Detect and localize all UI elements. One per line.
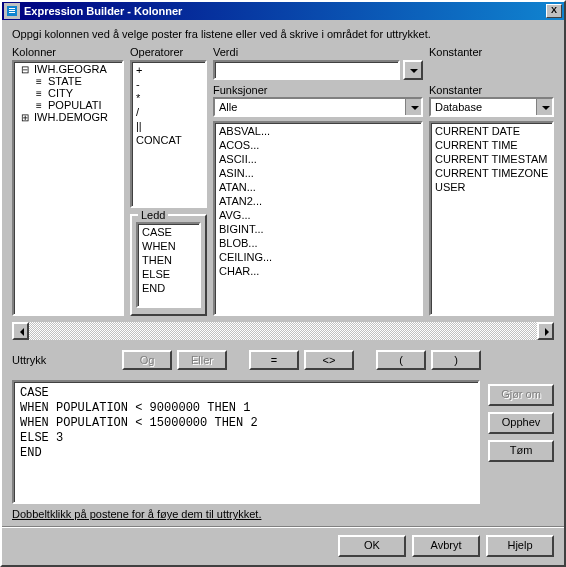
cancel-button[interactable]: Avbryt [412,535,480,557]
value-panel: Verdi Funksjoner Alle ABSVAL...ACOS...AS… [213,46,423,316]
list-item[interactable]: BLOB... [217,236,419,250]
ok-button[interactable]: OK [338,535,406,557]
column-icon: ≡ [32,100,46,111]
list-item[interactable]: CASE [140,225,197,239]
columns-label: Kolonner [12,46,124,58]
list-item[interactable]: THEN [140,253,197,267]
list-item[interactable]: AVG... [217,208,419,222]
arrow-left-icon [16,328,24,336]
scroll-track[interactable] [29,322,537,340]
redo-button[interactable]: Gjør om [488,384,554,406]
clear-button[interactable]: Tøm [488,440,554,462]
constants-panel: Konstanter Konstanter Database CURRENT D… [429,46,554,316]
operators-list[interactable]: +-*/||CONCAT [130,60,207,208]
list-item[interactable]: CURRENT TIMEZONE [433,166,550,180]
functions-label: Funksjoner [213,84,423,96]
clauses-group: Ledd CASEWHENTHENELSEEND [130,214,207,316]
list-item[interactable]: / [134,105,203,119]
list-item[interactable]: ACOS... [217,138,419,152]
operators-panel: Operatorer +-*/||CONCAT Ledd CASEWHENTHE… [130,46,207,316]
help-button[interactable]: Hjelp [486,535,554,557]
expression-textarea[interactable]: CASE WHEN POPULATION < 9000000 THEN 1 WH… [12,380,480,504]
list-item[interactable]: * [134,91,203,105]
tree-item[interactable]: ⊞IWH.DEMOGR [16,111,120,123]
constants-dd-button[interactable] [536,99,552,115]
list-item[interactable]: CURRENT DATE [433,124,550,138]
close-button[interactable]: X [546,4,562,18]
arrow-right-icon [545,328,553,336]
list-item[interactable]: CONCAT [134,133,203,147]
clauses-list[interactable]: CASEWHENTHENELSEEND [136,222,201,308]
list-item[interactable]: ATAN... [217,180,419,194]
list-item[interactable]: CURRENT TIMESTAM [433,152,550,166]
tree-item-label: CITY [48,87,73,99]
list-item[interactable]: CEILING... [217,250,419,264]
list-item[interactable]: CHAR... [217,264,419,278]
tree-item-label: POPULATI [48,99,102,111]
constants-list[interactable]: CURRENT DATECURRENT TIMECURRENT TIMESTAM… [429,121,554,316]
and-button[interactable]: Og [122,350,172,370]
list-item[interactable]: USER [433,180,550,194]
tree-item-label: IWH.GEOGRA [34,63,107,75]
tree-item[interactable]: ≡STATE [16,75,120,87]
svg-rect-2 [9,10,15,11]
operators-label: Operatorer [130,46,207,58]
list-item[interactable]: ASIN... [217,166,419,180]
list-item[interactable]: - [134,77,203,91]
expression-builder-window: Expression Builder - Kolonner X Oppgi ko… [0,0,566,567]
lparen-button[interactable]: ( [376,350,426,370]
constants-heading: Konstanter [429,46,554,58]
constants-label: Konstanter [429,84,554,96]
instruction-line-1: Oppgi kolonnen ved å velge poster fra li… [12,28,554,40]
value-input[interactable] [213,60,400,80]
chevron-down-icon [542,106,550,114]
chevron-down-icon [410,69,418,77]
list-item[interactable]: END [140,281,197,295]
list-item[interactable]: WHEN [140,239,197,253]
clauses-legend: Ledd [138,209,168,221]
titlebar: Expression Builder - Kolonner X [2,2,564,20]
table-icon: ⊞ [18,112,32,123]
tree-item[interactable]: ≡CITY [16,87,120,99]
columns-tree[interactable]: ⊟IWH.GEOGRA≡STATE≡CITY≡POPULATI⊞IWH.DEMO… [12,60,124,316]
functions-category-dropdown[interactable]: Alle [213,97,423,117]
value-dropdown-button[interactable] [403,60,423,80]
tree-item[interactable]: ≡POPULATI [16,99,120,111]
svg-rect-1 [9,8,15,9]
rparen-button[interactable]: ) [431,350,481,370]
list-item[interactable]: + [134,63,203,77]
value-label: Verdi [213,46,423,58]
app-icon [4,3,20,19]
chevron-down-icon [411,106,419,114]
not-equals-button[interactable]: <> [304,350,354,370]
column-icon: ≡ [32,76,46,87]
tree-item-label: IWH.DEMOGR [34,111,108,123]
list-item[interactable]: BIGINT... [217,222,419,236]
svg-rect-3 [9,12,15,13]
scroll-left-button[interactable] [12,322,29,340]
horizontal-scrollbar[interactable] [12,322,554,340]
constants-category-dropdown[interactable]: Database [429,97,554,117]
instruction-line-2: Dobbeltklikk på postene for å føye dem t… [12,508,554,520]
column-icon: ≡ [32,88,46,99]
window-title: Expression Builder - Kolonner [24,5,546,17]
columns-panel: Kolonner ⊟IWH.GEOGRA≡STATE≡CITY≡POPULATI… [12,46,124,316]
table-icon: ⊟ [18,64,32,75]
list-item[interactable]: ELSE [140,267,197,281]
undo-button[interactable]: Opphev [488,412,554,434]
list-item[interactable]: ATAN2... [217,194,419,208]
functions-category-value: Alle [215,99,405,115]
tree-item[interactable]: ⊟IWH.GEOGRA [16,63,120,75]
equals-button[interactable]: = [249,350,299,370]
functions-dd-button[interactable] [405,99,421,115]
list-item[interactable]: ABSVAL... [217,124,419,138]
list-item[interactable]: || [134,119,203,133]
functions-list[interactable]: ABSVAL...ACOS...ASCII...ASIN...ATAN...AT… [213,121,423,316]
list-item[interactable]: CURRENT TIME [433,138,550,152]
scroll-right-button[interactable] [537,322,554,340]
tree-item-label: STATE [48,75,82,87]
expression-label: Uttrykk [12,354,117,366]
constants-category-value: Database [431,99,536,115]
list-item[interactable]: ASCII... [217,152,419,166]
or-button[interactable]: Eller [177,350,227,370]
